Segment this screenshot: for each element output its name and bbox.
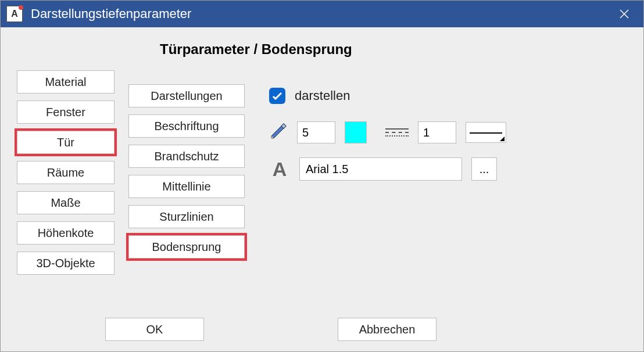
linetype-icon [385,128,409,137]
pencil-icon [269,122,288,143]
font-icon: A [269,158,290,181]
ok-button[interactable]: OK [105,318,204,341]
pen-color-swatch[interactable] [345,121,367,143]
subcategory-button-mittellinie[interactable]: Mittellinie [128,175,245,198]
category-button-maße[interactable]: Maße [17,191,115,214]
font-browse-button[interactable]: ... [471,157,497,181]
linetype-number-input[interactable] [418,121,456,143]
font-input[interactable] [299,157,462,181]
category-button-tür[interactable]: Tür [17,131,115,154]
category-button-3d-objekte[interactable]: 3D-Objekte [17,252,115,275]
category-button-räume[interactable]: Räume [17,161,115,184]
close-icon [619,9,629,19]
window-title: Darstellungstiefenparameter [31,6,191,21]
subcategory-button-bodensprung[interactable]: Bodensprung [128,235,245,258]
category-button-material[interactable]: Material [17,70,115,94]
app-icon: A [6,6,23,22]
subcategory-nav: DarstellungenBeschriftungBrandschutzMitt… [128,84,245,258]
page-title: Türparameter / Bodensprung [160,41,627,58]
category-nav: MaterialFensterTürRäumeMaßeHöhenkote3D-O… [17,70,115,275]
cancel-button[interactable]: Abbrechen [338,318,437,341]
category-button-höhenkote[interactable]: Höhenkote [17,221,115,245]
subcategory-button-beschriftung[interactable]: Beschriftung [128,114,245,138]
titlebar: A Darstellungstiefenparameter [1,1,643,27]
show-checkbox[interactable] [269,88,285,104]
close-button[interactable] [611,1,638,27]
subcategory-button-brandschutz[interactable]: Brandschutz [128,145,245,168]
app-icon-letter: A [11,9,18,19]
category-button-fenster[interactable]: Fenster [17,100,115,124]
subcategory-button-sturzlinien[interactable]: Sturzlinien [128,205,245,228]
pen-number-input[interactable] [297,121,335,143]
subcategory-button-darstellungen[interactable]: Darstellungen [128,84,245,107]
check-icon [272,92,282,100]
show-checkbox-label: darstellen [295,88,350,103]
settings-panel: darstellen [269,88,506,195]
linetype-preview[interactable] [466,122,506,143]
